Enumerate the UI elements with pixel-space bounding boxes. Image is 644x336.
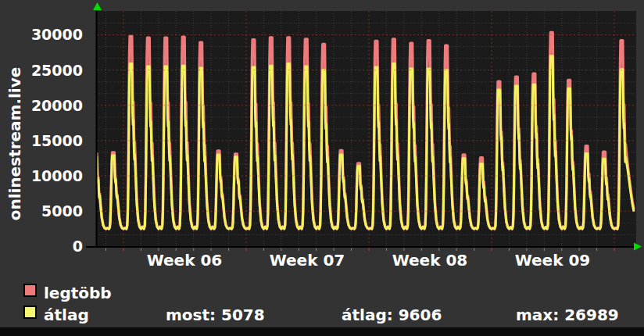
stat-max: max: 26989	[516, 306, 619, 324]
stat-current-label: most:	[166, 306, 216, 324]
y-axis-label: 20000	[0, 96, 83, 115]
x-axis-week-label: Week 08	[371, 251, 488, 270]
listener-stats-graph: onlinestream.live 30000 25000 20000 1500…	[0, 0, 644, 336]
stat-current-value: 5078	[221, 306, 265, 324]
x-axis-week-label: Week 06	[126, 251, 243, 270]
x-axis-week-label: Week 07	[249, 251, 366, 270]
y-axis-label: 30000	[0, 25, 83, 44]
legend-swatch-max	[23, 284, 37, 297]
page-bottom-bar	[0, 327, 644, 336]
legend-swatch-avg	[23, 306, 37, 319]
y-axis-arrow-icon	[93, 2, 102, 10]
stat-current: most: 5078	[166, 306, 265, 324]
y-axis-label: 0	[0, 237, 83, 256]
y-axis-label: 5000	[0, 202, 83, 220]
y-axis-label: 15000	[0, 131, 83, 150]
y-axis-label: 10000	[0, 166, 83, 185]
legend-label-avg: átlag	[44, 306, 89, 324]
y-axis-label: 25000	[0, 61, 83, 80]
stat-average: átlag: 9606	[342, 306, 442, 324]
stat-average-label: átlag:	[342, 306, 393, 324]
x-axis-week-label: Week 09	[494, 251, 611, 270]
x-axis-arrow-icon	[634, 243, 642, 251]
legend-label-max: legtöbb	[44, 284, 112, 302]
stat-max-label: max:	[516, 306, 559, 324]
stat-average-value: 9606	[399, 306, 442, 324]
stat-max-value: 26989	[564, 306, 619, 324]
